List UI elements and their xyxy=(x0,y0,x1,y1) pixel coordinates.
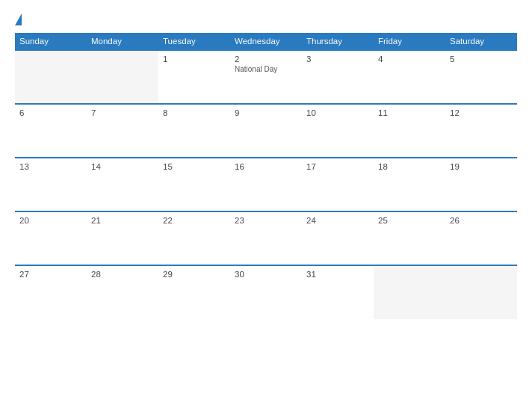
day-number: 17 xyxy=(306,162,369,171)
day-number: 7 xyxy=(91,108,154,117)
calendar-cell: 20 xyxy=(15,211,87,265)
day-of-week-header: Monday xyxy=(87,33,158,50)
day-number: 29 xyxy=(163,270,226,279)
calendar-cell: 3 xyxy=(302,50,374,104)
calendar-cell: 15 xyxy=(158,158,230,211)
calendar-cell: 5 xyxy=(445,50,517,104)
calendar-cell: 29 xyxy=(158,265,230,319)
day-number: 3 xyxy=(306,55,369,64)
calendar-cell xyxy=(15,50,87,104)
day-number: 26 xyxy=(450,216,513,225)
calendar-cell: 6 xyxy=(15,104,87,158)
day-number: 25 xyxy=(378,216,441,225)
day-number: 1 xyxy=(163,55,226,64)
header xyxy=(15,13,517,25)
calendar-week-row: 20212223242526 xyxy=(15,211,517,265)
calendar-cell: 16 xyxy=(230,158,302,211)
day-of-week-header: Wednesday xyxy=(230,33,302,50)
holiday-label: National Day xyxy=(235,65,297,73)
calendar-page: SundayMondayTuesdayWednesdayThursdayFrid… xyxy=(0,0,532,411)
calendar-cell: 24 xyxy=(302,211,374,265)
day-number: 23 xyxy=(235,216,297,225)
calendar-cell: 7 xyxy=(87,104,158,158)
day-of-week-header: Friday xyxy=(374,33,445,50)
calendar-table: SundayMondayTuesdayWednesdayThursdayFrid… xyxy=(15,33,517,319)
day-number: 16 xyxy=(235,162,297,171)
calendar-cell: 14 xyxy=(87,158,158,211)
day-number: 21 xyxy=(91,216,154,225)
day-number: 27 xyxy=(19,270,82,279)
day-number: 14 xyxy=(91,162,154,171)
day-number: 19 xyxy=(450,162,513,171)
calendar-cell: 13 xyxy=(15,158,87,211)
calendar-week-row: 12National Day345 xyxy=(15,50,517,104)
day-of-week-header: Tuesday xyxy=(158,33,230,50)
day-number: 4 xyxy=(378,55,441,64)
day-number: 15 xyxy=(163,162,226,171)
calendar-week-row: 6789101112 xyxy=(15,104,517,158)
day-number: 30 xyxy=(235,270,297,279)
day-number: 6 xyxy=(19,108,82,117)
day-number: 24 xyxy=(306,216,369,225)
day-of-week-header: Thursday xyxy=(302,33,374,50)
day-number: 13 xyxy=(19,162,82,171)
calendar-cell: 17 xyxy=(302,158,374,211)
calendar-cell: 8 xyxy=(158,104,230,158)
calendar-cell: 26 xyxy=(445,211,517,265)
calendar-cell: 10 xyxy=(302,104,374,158)
calendar-cell: 2National Day xyxy=(230,50,302,104)
calendar-cell: 1 xyxy=(158,50,230,104)
day-number: 22 xyxy=(163,216,226,225)
calendar-cell: 21 xyxy=(87,211,158,265)
calendar-cell: 25 xyxy=(374,211,445,265)
calendar-cell: 27 xyxy=(15,265,87,319)
day-number: 20 xyxy=(19,216,82,225)
calendar-cell xyxy=(445,265,517,319)
calendar-cell: 12 xyxy=(445,104,517,158)
calendar-cell: 11 xyxy=(374,104,445,158)
day-number: 18 xyxy=(378,162,441,171)
day-number: 31 xyxy=(306,270,369,279)
logo-blue-text xyxy=(15,13,22,25)
calendar-week-row: 2728293031 xyxy=(15,265,517,319)
calendar-cell: 22 xyxy=(158,211,230,265)
day-of-week-header: Saturday xyxy=(445,33,517,50)
calendar-cell: 28 xyxy=(87,265,158,319)
calendar-cell: 23 xyxy=(230,211,302,265)
calendar-cell xyxy=(374,265,445,319)
day-number: 9 xyxy=(235,108,297,117)
calendar-cell: 4 xyxy=(374,50,445,104)
logo xyxy=(15,13,22,25)
day-number: 5 xyxy=(450,55,513,64)
calendar-cell: 31 xyxy=(302,265,374,319)
day-number: 11 xyxy=(378,108,441,117)
day-number: 12 xyxy=(450,108,513,117)
day-of-week-header: Sunday xyxy=(15,33,87,50)
logo-triangle-icon xyxy=(15,13,22,25)
calendar-header-row: SundayMondayTuesdayWednesdayThursdayFrid… xyxy=(15,33,517,50)
calendar-cell: 19 xyxy=(445,158,517,211)
calendar-cell xyxy=(87,50,158,104)
calendar-cell: 30 xyxy=(230,265,302,319)
calendar-cell: 9 xyxy=(230,104,302,158)
day-number: 2 xyxy=(235,55,297,64)
calendar-cell: 18 xyxy=(374,158,445,211)
day-number: 28 xyxy=(91,270,154,279)
calendar-week-row: 13141516171819 xyxy=(15,158,517,211)
day-number: 8 xyxy=(163,108,226,117)
day-number: 10 xyxy=(306,108,369,117)
